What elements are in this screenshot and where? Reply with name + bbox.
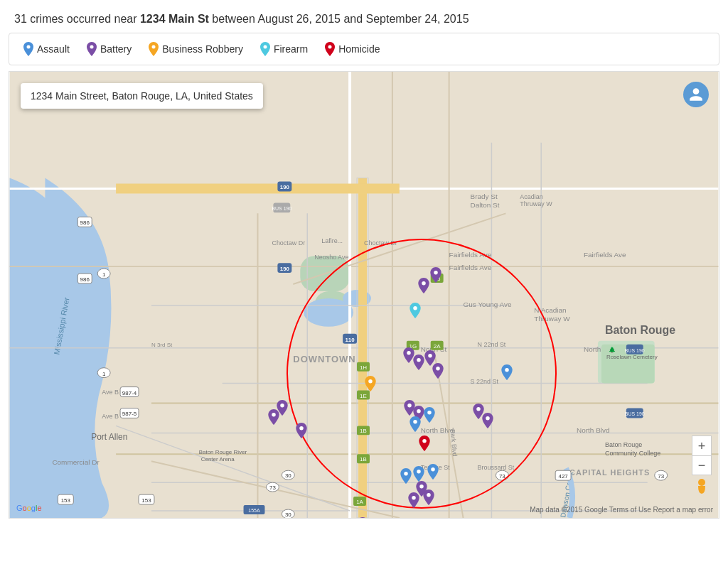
- svg-text:30: 30: [285, 472, 291, 479]
- battery-label: Battery: [100, 43, 132, 55]
- svg-text:Baton Rouge: Baton Rouge: [605, 441, 642, 448]
- svg-point-154: [422, 281, 426, 286]
- map-background: Mississippi River: [9, 72, 719, 518]
- svg-point-0: [27, 45, 31, 49]
- google-logo: Google: [16, 504, 42, 512]
- svg-text:190: 190: [280, 266, 290, 272]
- svg-text:Brady St: Brady St: [471, 193, 498, 200]
- pin-12[interactable]: [423, 489, 434, 504]
- svg-text:Gus Young Ave: Gus Young Ave: [464, 301, 512, 308]
- pin-16[interactable]: [296, 423, 307, 437]
- pin-3[interactable]: [410, 303, 421, 317]
- svg-point-155: [413, 306, 417, 310]
- svg-text:30: 30: [285, 512, 291, 518]
- pin-18[interactable]: [482, 413, 493, 427]
- homicide-pin-icon: [325, 42, 335, 56]
- legend-item-business-robbery: Business Robbery: [149, 42, 243, 56]
- svg-point-157: [417, 358, 421, 362]
- street-view-button[interactable]: [692, 477, 712, 497]
- pin-7[interactable]: [432, 363, 444, 377]
- pin-assault-2[interactable]: [410, 416, 421, 431]
- firearm-label: Firearm: [274, 43, 308, 55]
- svg-point-179: [698, 479, 705, 486]
- legend-item-firearm: Firearm: [260, 42, 308, 56]
- pin-13[interactable]: [357, 517, 368, 519]
- map-footer: Map data ©2015 Google Terms of Use Repor…: [530, 506, 713, 514]
- zoom-in-button[interactable]: +: [692, 435, 712, 455]
- pin-15[interactable]: [268, 409, 279, 423]
- pin-11[interactable]: [408, 492, 419, 507]
- svg-text:North Blvd: North Blvd: [577, 426, 609, 434]
- svg-point-3: [263, 45, 267, 49]
- svg-text:Fairfields Ave: Fairfields Ave: [449, 251, 492, 259]
- battery-pin-icon: [87, 42, 97, 56]
- pin-homicide[interactable]: [419, 435, 430, 450]
- svg-text:987-5: 987-5: [122, 411, 137, 417]
- avatar[interactable]: [683, 82, 709, 107]
- map-container[interactable]: Mississippi River: [9, 71, 719, 519]
- svg-point-165: [422, 439, 427, 443]
- svg-text:N 22nd St: N 22nd St: [477, 341, 505, 348]
- pin-1[interactable]: [430, 267, 441, 281]
- pin-6[interactable]: [424, 350, 436, 364]
- svg-text:Fairfields Ave: Fairfields Ave: [449, 264, 492, 271]
- legend-bar: Assault Battery Business Robbery Firearm…: [9, 33, 719, 65]
- svg-point-173: [280, 404, 284, 408]
- svg-point-158: [428, 354, 432, 358]
- svg-text:Thruway W: Thruway W: [534, 315, 570, 323]
- svg-point-168: [431, 467, 435, 472]
- svg-text:2A: 2A: [434, 343, 441, 350]
- svg-text:73: 73: [499, 473, 505, 480]
- legend-item-battery: Battery: [87, 42, 132, 56]
- pin-2[interactable]: [418, 278, 429, 292]
- svg-point-160: [368, 379, 373, 384]
- svg-point-166: [404, 472, 408, 476]
- location-label: 1234 Main Street, Baton Rouge, LA, Unite…: [21, 83, 263, 109]
- svg-text:Ave B: Ave B: [102, 389, 119, 396]
- pin-business-robbery[interactable]: [365, 376, 376, 390]
- assault-pin-icon: [23, 42, 33, 56]
- svg-text:S 22nd St: S 22nd St: [471, 378, 499, 385]
- svg-point-161: [407, 404, 412, 408]
- svg-point-1: [90, 45, 93, 49]
- business-robbery-pin-icon: [149, 42, 159, 56]
- homicide-label: Homicide: [338, 43, 380, 55]
- svg-text:427: 427: [558, 473, 568, 480]
- svg-text:1E: 1E: [360, 393, 367, 399]
- pin-assault-4[interactable]: [413, 466, 424, 480]
- svg-rect-31: [116, 183, 400, 193]
- svg-text:1A: 1A: [356, 499, 363, 505]
- svg-text:Dalton St: Dalton St: [471, 201, 500, 209]
- svg-text:Lafire...: Lafire...: [321, 237, 343, 244]
- svg-point-174: [272, 413, 276, 417]
- svg-text:Broussard St: Broussard St: [477, 464, 514, 471]
- svg-text:Baton Rouge: Baton Rouge: [605, 324, 675, 336]
- pin-assault-1[interactable]: [424, 407, 435, 421]
- pin-assault-right[interactable]: [501, 364, 513, 379]
- zoom-out-button[interactable]: −: [692, 455, 712, 475]
- svg-text:Center Arena: Center Arena: [201, 456, 235, 462]
- svg-text:BUS 190: BUS 190: [272, 206, 291, 211]
- svg-text:Neosho Ave: Neosho Ave: [314, 254, 348, 261]
- svg-text:CAPITAL HEIGHTS: CAPITAL HEIGHTS: [569, 468, 650, 477]
- svg-text:1B: 1B: [360, 456, 367, 462]
- svg-point-4: [328, 45, 332, 49]
- legend-item-homicide: Homicide: [325, 42, 380, 56]
- svg-point-159: [436, 367, 440, 371]
- legend-item-assault: Assault: [23, 42, 70, 56]
- svg-text:BUS 190: BUS 190: [625, 411, 645, 416]
- svg-text:987-4: 987-4: [122, 390, 137, 396]
- crime-count-text: 31 crimes occurred near 1234 Main St bet…: [14, 13, 469, 25]
- assault-label: Assault: [37, 43, 70, 55]
- svg-text:North Blvd: North Blvd: [421, 426, 454, 434]
- pin-assault-5[interactable]: [427, 464, 439, 478]
- zoom-controls: + −: [692, 435, 712, 475]
- pin-assault-3[interactable]: [400, 468, 412, 482]
- pin-5[interactable]: [413, 355, 424, 369]
- svg-text:73: 73: [658, 473, 664, 480]
- svg-text:73: 73: [269, 485, 276, 491]
- svg-text:Commercial Dr: Commercial Dr: [52, 458, 100, 466]
- svg-point-175: [299, 426, 304, 431]
- svg-text:BUS 190: BUS 190: [625, 348, 645, 353]
- svg-point-164: [413, 420, 417, 424]
